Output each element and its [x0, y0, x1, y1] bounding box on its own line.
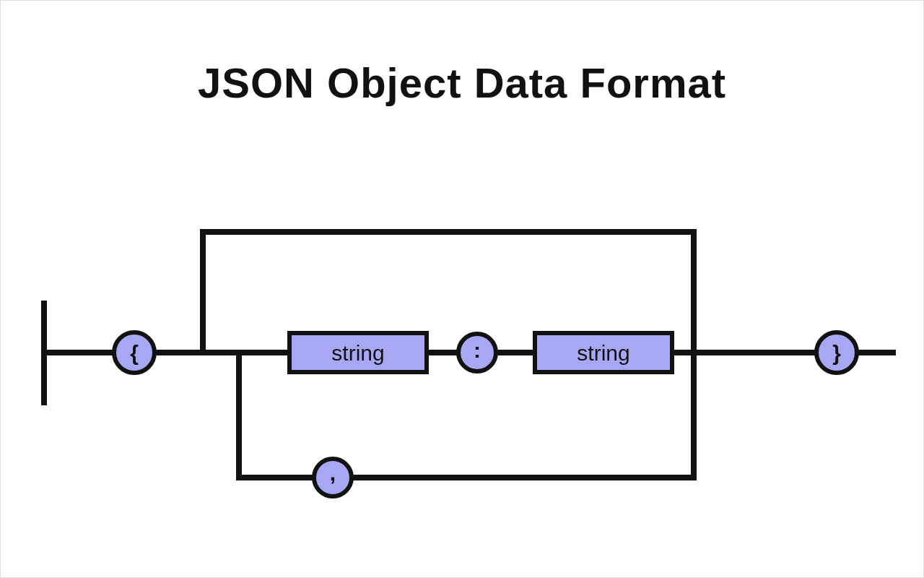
value-string-label: string — [577, 341, 629, 365]
diagram-frame: JSON Object Data Format { string : strin… — [0, 0, 924, 578]
colon-label: : — [474, 338, 481, 362]
diagram-title: JSON Object Data Format — [1, 59, 923, 107]
open-brace-label: { — [130, 341, 139, 365]
close-brace-label: } — [832, 341, 841, 365]
railroad-diagram: { string : string , } — [30, 189, 896, 535]
comma-label: , — [330, 461, 336, 485]
key-string-label: string — [331, 341, 384, 365]
